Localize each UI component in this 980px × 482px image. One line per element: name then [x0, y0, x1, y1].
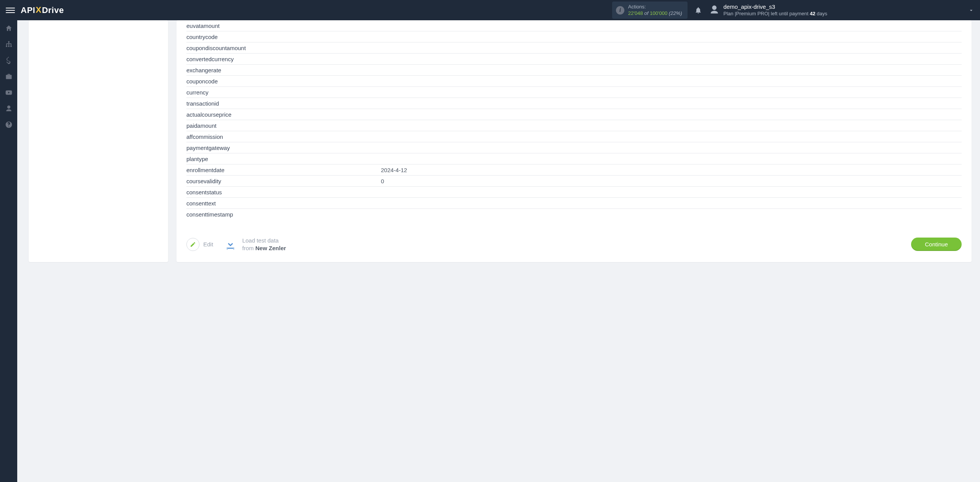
data-key: paymentgateway [186, 145, 381, 151]
data-key: convertedcurrency [186, 56, 381, 62]
data-key: enrollmentdate [186, 167, 381, 173]
app-header: API X Drive i Actions: 22'048 of 100'000… [0, 0, 980, 20]
header-right: i Actions: 22'048 of 100'000 (22%) demo_… [612, 2, 974, 19]
data-key: transactionid [186, 100, 381, 107]
plan-prefix: Plan | [724, 11, 736, 16]
data-key: consenttimestamp [186, 211, 381, 218]
load-texts: Load test data from New Zenler [242, 237, 286, 252]
person-icon [5, 105, 13, 112]
sidebar-item-account[interactable] [0, 101, 17, 117]
dollar-icon [5, 57, 13, 64]
youtube-icon [5, 89, 13, 96]
sidebar-item-briefcase[interactable] [0, 68, 17, 85]
data-row: coursevalidity0 [186, 176, 962, 187]
plan-days-word: days [815, 11, 827, 16]
data-row: consenttimestamp [186, 209, 962, 220]
sidebar-item-home[interactable] [0, 20, 17, 36]
data-key: exchangerate [186, 67, 381, 73]
data-row: actualcourseprice [186, 109, 962, 120]
header-left: API X Drive [6, 5, 64, 15]
briefcase-icon [5, 73, 13, 80]
left-panel [29, 20, 168, 262]
data-row: couponcode [186, 76, 962, 87]
home-icon [5, 24, 13, 32]
pencil-icon [190, 241, 196, 248]
sidebar-item-youtube[interactable] [0, 85, 17, 101]
data-key: couponcode [186, 78, 381, 85]
user-menu[interactable]: demo_apix-drive_s3 Plan |Premium PRO| le… [709, 3, 827, 17]
info-icon: i [616, 6, 624, 15]
load-line2: from New Zenler [242, 244, 286, 252]
user-name: demo_apix-drive_s3 [724, 3, 827, 11]
actions-label: Actions: [628, 4, 682, 10]
plan-name: Premium PRO [736, 11, 768, 16]
actions-usage-box[interactable]: i Actions: 22'048 of 100'000 (22%) [612, 2, 688, 19]
actions-of-word: of [644, 10, 648, 16]
data-key: plantype [186, 156, 381, 162]
data-key: countrycode [186, 34, 381, 40]
hamburger-menu-icon[interactable] [6, 6, 15, 15]
data-key: coursevalidity [186, 178, 381, 184]
actions-stats: 22'048 of 100'000 (22%) [628, 10, 682, 17]
download-icon [224, 238, 237, 251]
data-row: affcommission [186, 131, 962, 142]
edit-button[interactable]: Edit [186, 238, 213, 251]
data-row: exchangerate [186, 65, 962, 76]
data-value: 0 [381, 178, 384, 184]
data-row: plantype [186, 153, 962, 164]
sidebar [0, 20, 17, 482]
data-key: affcommission [186, 134, 381, 140]
data-row: consentstatus [186, 187, 962, 198]
load-from-word: from [242, 245, 255, 251]
chevron-down-icon[interactable] [968, 7, 974, 13]
plan-days-num: 42 [810, 11, 815, 16]
data-value: 2024-4-12 [381, 167, 407, 173]
node-tree-icon [5, 41, 13, 48]
notifications-bell-icon[interactable] [694, 7, 702, 14]
sidebar-item-help[interactable] [0, 117, 17, 133]
right-panel: euvatamountcountrycodecoupondiscountamou… [176, 20, 972, 262]
actions-text: Actions: 22'048 of 100'000 (22%) [628, 4, 682, 17]
svg-rect-0 [8, 41, 9, 42]
data-key: currency [186, 89, 381, 96]
data-row: enrollmentdate2024-4-12 [186, 164, 962, 176]
data-row: coupondiscountamount [186, 42, 962, 54]
sidebar-item-billing[interactable] [0, 52, 17, 68]
actions-pct: (22%) [669, 10, 682, 16]
actions-total: 100'000 [650, 10, 668, 16]
edit-icon-circle [186, 238, 199, 251]
panel-footer-actions: Edit Load test data from New Zenler Cont… [186, 237, 962, 252]
data-row: euvatamount [186, 20, 962, 31]
continue-button[interactable]: Continue [911, 238, 962, 251]
data-key: coupondiscountamount [186, 45, 381, 51]
data-key: consenttext [186, 200, 381, 207]
data-row: transactionid [186, 98, 962, 109]
data-row: currency [186, 87, 962, 98]
actions-current: 22'048 [628, 10, 643, 16]
data-key: actualcourseprice [186, 111, 381, 118]
edit-label: Edit [203, 241, 213, 248]
load-test-data-button[interactable]: Load test data from New Zenler [224, 237, 286, 252]
plan-mid: | left until payment [768, 11, 810, 16]
svg-rect-1 [6, 46, 7, 47]
data-row: paidamount [186, 120, 962, 131]
logo-part-api: API [21, 5, 35, 15]
data-key: euvatamount [186, 23, 381, 29]
data-row: countrycode [186, 31, 962, 42]
user-avatar-icon [709, 5, 720, 15]
svg-rect-3 [10, 46, 11, 47]
load-source-name: New Zenler [255, 245, 286, 251]
user-texts: demo_apix-drive_s3 Plan |Premium PRO| le… [724, 3, 827, 17]
data-row: convertedcurrency [186, 54, 962, 65]
main-area: euvatamountcountrycodecoupondiscountamou… [17, 20, 980, 482]
layout: euvatamountcountrycodecoupondiscountamou… [0, 20, 980, 482]
data-key: paidamount [186, 122, 381, 129]
brand-logo[interactable]: API X Drive [21, 5, 64, 15]
svg-rect-2 [8, 46, 9, 47]
data-fields-table: euvatamountcountrycodecoupondiscountamou… [186, 20, 962, 228]
data-key: consentstatus [186, 189, 381, 195]
logo-part-x: X [36, 5, 41, 15]
sidebar-item-connections[interactable] [0, 36, 17, 52]
user-plan-line: Plan |Premium PRO| left until payment 42… [724, 11, 827, 17]
data-row: paymentgateway [186, 142, 962, 153]
